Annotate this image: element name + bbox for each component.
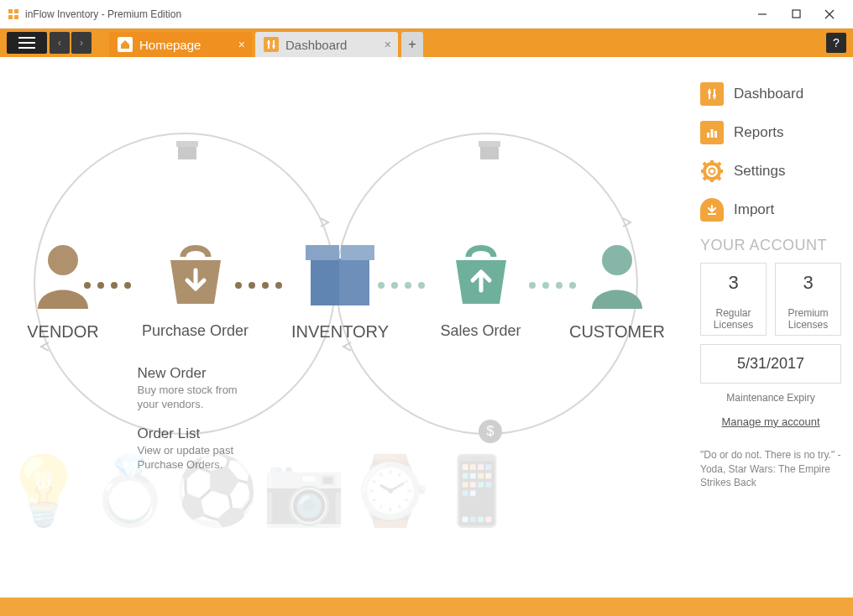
sidebar-label: Settings [734, 163, 785, 180]
account-panel: YOUR ACCOUNT 3 Regular Licenses 3 Premiu… [700, 237, 841, 490]
svg-rect-17 [480, 146, 499, 159]
connector-dots [529, 282, 576, 289]
tab-dashboard[interactable]: Dashboard × [255, 32, 398, 57]
svg-rect-15 [178, 146, 196, 159]
window-title: inFlow Inventory - Premium Edition [25, 8, 746, 20]
minimize-button[interactable] [746, 2, 779, 27]
connector-dots [378, 282, 425, 289]
arrow-icon [319, 217, 331, 228]
tab-label: Dashboard [285, 38, 347, 52]
box-icon [176, 141, 198, 161]
sliders-icon [264, 37, 279, 52]
box-icon [479, 141, 500, 161]
main-toolbar: ‹ › Homepage × Dashboard × + ? [0, 29, 853, 57]
expiry-label: Maintenance Expiry [700, 392, 841, 404]
tab-close-icon[interactable]: × [238, 38, 245, 51]
tab-label: Homepage [139, 38, 201, 52]
svg-rect-1 [14, 9, 18, 13]
nav-forward-button[interactable]: › [71, 32, 92, 54]
person-icon [34, 242, 92, 309]
connector-dots [84, 282, 131, 289]
regular-licenses-box: 3 Regular Licenses [700, 263, 767, 336]
background-doodles: 💡💍⚽📷⌚📱 [0, 403, 521, 579]
svg-rect-24 [306, 245, 339, 260]
sidebar-label: Dashboard [734, 86, 803, 102]
svg-rect-32 [711, 129, 714, 138]
nav-back-button[interactable]: ‹ [50, 32, 70, 54]
connector-dots [235, 282, 282, 289]
sidebar-item-dashboard[interactable]: Dashboard [700, 82, 841, 106]
svg-rect-31 [707, 133, 709, 138]
sidebar-label: Reports [734, 124, 784, 141]
svg-point-13 [267, 41, 270, 44]
regular-count: 3 [704, 272, 762, 294]
inventory-label: INVENTORY [281, 322, 399, 342]
svg-rect-3 [14, 15, 18, 19]
svg-rect-2 [8, 15, 13, 19]
premium-count: 3 [779, 272, 837, 294]
manage-account-link[interactable]: Manage my account [700, 415, 841, 428]
svg-line-43 [704, 177, 706, 180]
right-sidebar: Dashboard Reports Settings Import [688, 57, 853, 598]
workflow-canvas: $ VENDOR [0, 57, 688, 598]
close-button[interactable] [813, 2, 846, 27]
maximize-button[interactable] [779, 2, 813, 27]
svg-rect-23 [311, 258, 339, 305]
person-icon [588, 242, 646, 309]
sliders-icon [700, 82, 724, 106]
new-order-link[interactable]: New Order [138, 365, 259, 382]
svg-rect-25 [341, 245, 374, 260]
svg-point-21 [48, 245, 78, 275]
tab-bar: Homepage × Dashboard × + [109, 29, 423, 57]
customer-node[interactable]: CUSTOMER [563, 233, 672, 342]
app-icon [7, 8, 20, 21]
svg-point-14 [272, 44, 275, 48]
svg-line-41 [718, 177, 720, 180]
home-icon [118, 37, 133, 52]
sales-order-label: Sales Order [422, 322, 540, 340]
svg-point-35 [709, 169, 715, 175]
sidebar-item-import[interactable]: Import [700, 198, 841, 222]
box-icon [304, 242, 376, 309]
svg-rect-0 [8, 9, 13, 13]
svg-rect-5 [793, 10, 800, 18]
svg-line-40 [704, 163, 706, 165]
premium-licenses-box: 3 Premium Licenses [775, 263, 841, 336]
bag-down-icon [162, 242, 229, 309]
footer-bar [0, 598, 853, 616]
bag-up-icon [447, 242, 515, 309]
svg-rect-33 [714, 131, 717, 138]
vendor-label: VENDOR [17, 322, 109, 342]
tab-homepage[interactable]: Homepage × [109, 32, 252, 57]
sales-order-node[interactable]: Sales Order [422, 233, 540, 340]
purchase-order-label: Purchase Order [133, 322, 259, 340]
svg-point-29 [708, 91, 711, 94]
sidebar-label: Import [734, 201, 774, 218]
tab-close-icon[interactable]: × [385, 38, 391, 51]
window-titlebar: inFlow Inventory - Premium Edition [0, 0, 853, 29]
expiry-date: 5/31/2017 [700, 344, 841, 384]
sidebar-item-reports[interactable]: Reports [700, 121, 841, 144]
add-tab-button[interactable]: + [401, 32, 423, 57]
bar-chart-icon [700, 121, 724, 144]
svg-point-30 [713, 94, 716, 97]
import-icon [700, 198, 724, 222]
account-header: YOUR ACCOUNT [700, 237, 841, 254]
quote-text: "Do or do not. There is no try." -Yoda, … [700, 448, 841, 490]
gear-icon [700, 159, 724, 183]
svg-rect-18 [479, 141, 500, 147]
svg-line-42 [718, 163, 720, 165]
arrow-icon [621, 217, 633, 228]
hamburger-menu-button[interactable] [7, 32, 47, 54]
sidebar-item-settings[interactable]: Settings [700, 159, 841, 183]
customer-label: CUSTOMER [563, 322, 672, 342]
svg-rect-16 [176, 141, 198, 147]
help-button[interactable]: ? [826, 33, 846, 53]
svg-point-26 [602, 245, 632, 275]
regular-label: Regular Licenses [704, 307, 762, 331]
premium-label: Premium Licenses [779, 307, 837, 331]
